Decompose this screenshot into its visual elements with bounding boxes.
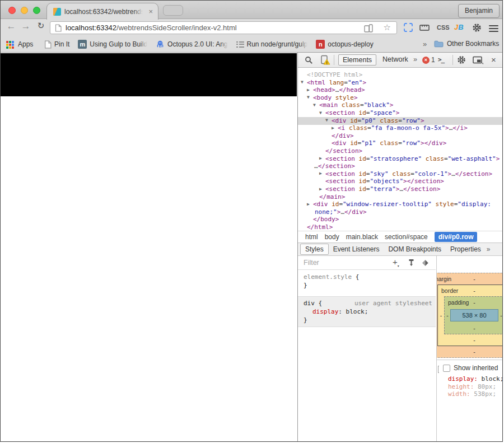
color-format-diamond-icon[interactable] [422,259,429,267]
twisty-icon[interactable]: ▼ [325,118,328,123]
inspect-search-icon[interactable] [305,56,313,64]
box-model-diagram[interactable]: margin - - border - - [437,256,503,360]
folder-icon [434,40,444,48]
bookmark-item[interactable]: Octopus 2.0 UI: Ang [156,40,227,49]
dom-tree-line[interactable]: <section id="stratosphere" class="wet-as… [325,155,500,163]
sidebar-tab-styles[interactable]: Styles [300,244,329,255]
dom-tree-line[interactable]: <html lang="en"> [307,79,366,87]
profile-button[interactable]: Benjamin [458,4,500,18]
dom-tree-line[interactable]: <section id="terra">…</section> [325,185,440,193]
sidebar-tab-dom-breakpoints[interactable]: DOM Breakpoints [384,244,446,254]
bookmark-item[interactable]: Run node/grunt/gulp [236,40,308,48]
dom-tree-line[interactable]: none;">…</div> [315,208,367,216]
dom-tree-line[interactable]: </div> [332,132,354,140]
jetbrains-extension-icon[interactable]: JB [454,23,464,31]
show-inherited-checkbox[interactable] [443,365,450,372]
close-devtools-icon[interactable]: × [491,55,496,64]
tab-close-icon[interactable]: × [148,7,153,16]
error-count-icon[interactable]: × [422,57,430,64]
reload-button[interactable]: ↻ [35,21,47,31]
dom-tree-line[interactable]: <main class="black"> [319,101,393,109]
dom-tree-line[interactable]: <div id="p1" class="row"></div> [332,139,446,147]
dock-side-icon[interactable] [473,56,483,64]
dom-tree-line[interactable]: <section id="space"> [325,109,399,117]
twisty-icon[interactable]: ▼ [301,80,304,85]
twisty-icon[interactable]: ▶ [332,125,334,130]
tab-network[interactable]: Network [379,54,412,64]
breadcrumb-item[interactable]: section#space [385,233,428,241]
other-bookmarks-button[interactable]: Other Bookmarks [434,40,499,48]
address-bar[interactable]: localhost:63342/webtrendsSideScroller/in… [50,21,397,34]
dom-tree-line[interactable]: <div id="p0" class="row"> [332,117,424,125]
twisty-icon[interactable]: ▶ [307,202,310,207]
dom-tree-line[interactable]: </section> [325,147,362,155]
bookmark-item[interactable]: Pin It [44,40,69,49]
sidebar-tab-event-listeners[interactable]: Event Listeners [329,244,384,254]
error-count[interactable]: 1 [431,56,435,64]
twisty-icon[interactable]: ▶ [307,87,310,92]
dom-tree-line[interactable]: <head>…</head> [313,86,365,94]
twisty-icon[interactable]: ▶ [319,186,322,192]
rule-element-style[interactable]: element.style { } [298,271,436,292]
dom-tree-line[interactable]: </body> [313,216,339,223]
bookmark-item[interactable]: noctopus-deploy [316,40,373,49]
devtools-settings-gear-icon[interactable] [457,55,466,64]
sidebar-more-chevron[interactable]: » [487,245,491,253]
devtools-panel: Elements Network » × 1 >_ × [298,53,503,442]
settings-gear-icon[interactable] [472,23,482,32]
dom-tree: <!DOCTYPE html><html lang="en">▼<head>…<… [298,68,503,231]
dom-tree-line[interactable]: <!DOCTYPE html> [307,71,362,79]
tab-elements[interactable]: Elements [338,54,376,66]
mobile-devices-icon[interactable] [364,24,373,32]
menu-hamburger-icon[interactable] [489,24,498,34]
dom-tree-line[interactable]: <section id="sky" class="color-1">…</sec… [325,170,492,178]
dom-tree-line[interactable]: <section id="objects"></section> [325,178,444,185]
device-mode-warning-icon[interactable] [320,55,330,66]
apps-label[interactable]: Apps [18,40,33,48]
dom-tree-line[interactable]: </main> [319,193,345,201]
close-window-button[interactable] [8,7,16,14]
breadcrumb-item[interactable]: html [305,233,318,241]
element-state-pin-icon[interactable] [408,259,415,267]
bookmarks-overflow-chevron[interactable]: » [423,40,427,48]
apps-grid-icon[interactable] [6,41,14,49]
new-style-rule-icon[interactable]: + [393,257,399,267]
twisty-icon[interactable]: ▼ [319,110,322,115]
page-icon [44,40,52,49]
devtools-toolbar: Elements Network » × 1 >_ × [298,53,503,68]
breadcrumb-item[interactable]: main.black [346,233,378,241]
forward-button[interactable]: → [20,21,32,32]
url-text[interactable]: localhost:63342/webtrendsSideScroller/in… [66,24,237,32]
dom-tree-line[interactable]: …</section> [314,162,355,170]
back-button[interactable]: ← [5,21,17,32]
page-icon[interactable] [55,24,62,32]
minimize-window-button[interactable] [21,7,28,14]
window-resizer-extension-icon[interactable] [403,22,414,33]
ruler-extension-icon[interactable] [419,23,430,32]
sidebar-tab-properties[interactable]: Properties [446,244,486,254]
css-extension-icon[interactable]: CSS [437,24,450,31]
twisty-icon[interactable]: ▶ [319,171,322,176]
pane-separator [437,360,503,360]
dom-tree-line[interactable]: </html> [307,223,333,231]
more-tabs-chevron[interactable]: » [409,54,421,64]
breadcrumb-item[interactable]: div#p0.row [435,232,478,242]
rule-user-agent-div[interactable]: div {user agent stylesheet display: bloc… [298,296,436,327]
browser-tab[interactable]: localhost:63342/webtrends × [46,3,158,20]
dom-tree-line[interactable]: <i class="fa fa-moon-o fa-5x">…</i> [338,124,468,132]
zoom-window-button[interactable] [33,7,40,14]
styles-filter-input[interactable]: Filter [304,259,319,267]
dom-tree-line[interactable]: <div id="window-resizer-tooltip" style="… [313,200,491,208]
tasks-icon [236,41,244,48]
console-drawer-icon[interactable]: >_ [438,56,444,63]
twisty-icon[interactable]: ▼ [307,95,310,100]
twisty-icon[interactable]: ▶ [319,156,322,161]
bookmark-item[interactable]: mUsing Gulp to Build [78,40,147,49]
twisty-icon[interactable]: ▼ [313,102,316,108]
breadcrumb-item[interactable]: body [325,233,339,241]
dom-tree-line[interactable]: <body style> [313,94,358,102]
bookmark-star-icon[interactable]: ☆ [384,22,391,32]
title-bar: localhost:63342/webtrends × Benjamin [1,1,503,19]
breadcrumb: htmlbodymain.blacksection#spacediv#p0.ro… [298,231,503,243]
new-tab-button[interactable] [163,5,183,16]
